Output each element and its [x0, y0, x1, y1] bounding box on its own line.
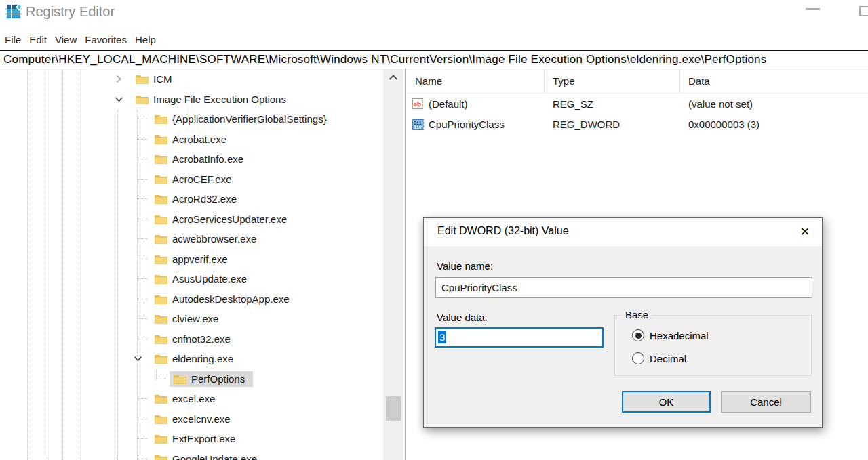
folder-icon: [136, 94, 149, 104]
tree-item-icm[interactable]: ICM: [0, 69, 383, 89]
tree-connector: [133, 219, 151, 219]
minimize-icon[interactable]: [806, 8, 820, 10]
tree-item-acrobat-exe[interactable]: Acrobat.exe: [0, 129, 383, 150]
tree-item-label: ExtExport.exe: [172, 433, 235, 444]
column-header-data[interactable]: Data: [680, 69, 868, 93]
radio-hexadecimal[interactable]: Hexadecimal: [632, 329, 709, 341]
column-header-name[interactable]: Name: [407, 69, 545, 93]
tree-connector: [133, 159, 151, 159]
tree-item-asusupdate-exe[interactable]: AsusUpdate.exe: [0, 269, 383, 289]
close-icon[interactable]: ✕: [795, 222, 815, 242]
chevron-down-icon[interactable]: [114, 95, 132, 104]
tree-item-label: Acrobat.exe: [172, 133, 226, 145]
folder-icon: [155, 134, 167, 144]
tree-connector: [133, 438, 151, 439]
menu-item-edit[interactable]: Edit: [25, 31, 51, 48]
value-row-cpupriorityclass[interactable]: 011110CpuPriorityClassREG_DWORD0x0000000…: [407, 114, 868, 135]
tree-item-label: appverif.exe: [172, 253, 228, 265]
selected-text: 3: [438, 331, 446, 343]
dialog-title: Edit DWORD (32-bit) Value: [437, 225, 569, 237]
tree-item-label: PerfOptions: [191, 373, 245, 385]
list-header: Name Type Data: [407, 69, 868, 93]
scrollbar-up-arrow-icon[interactable]: [383, 69, 403, 85]
tree-connector: [133, 459, 151, 459]
tree-item-label: clview.exe: [172, 313, 218, 325]
tree-item-label: AutodeskDesktopApp.exe: [172, 293, 290, 305]
tree-item-label: excel.exe: [172, 393, 215, 404]
folder-icon: [174, 374, 186, 384]
tree-item-excelcnv-exe[interactable]: excelcnv.exe: [0, 409, 383, 430]
tree-item-label: GoogleUpdate.exe: [172, 453, 257, 460]
radio-label: Hexadecimal: [650, 330, 709, 341]
chevron-down-icon[interactable]: [133, 354, 151, 363]
menu-item-view[interactable]: View: [51, 31, 81, 48]
value-data: (value not set): [680, 98, 868, 110]
edit-dword-dialog: Edit DWORD (32-bit) Value ✕ Value name: …: [423, 217, 823, 428]
menu-item-file[interactable]: File: [1, 31, 25, 48]
tree-item--applicationverifierglobalsettings-[interactable]: {ApplicationVerifierGlobalSettings}: [0, 109, 383, 129]
tree-item-excel-exe[interactable]: excel.exe: [0, 389, 383, 409]
tree-item-cnfnot32-exe[interactable]: cnfnot32.exe: [0, 329, 383, 350]
folder-icon: [155, 214, 167, 224]
tree-item-label: {ApplicationVerifierGlobalSettings}: [172, 113, 327, 125]
tree-item-extexport-exe[interactable]: ExtExport.exe: [0, 429, 383, 449]
folder-icon: [155, 194, 167, 204]
tree-item-label: AcrobatInfo.exe: [172, 153, 243, 165]
cancel-button[interactable]: Cancel: [721, 391, 811, 413]
tree-item-perfoptions[interactable]: PerfOptions: [0, 369, 383, 390]
menu-item-help[interactable]: Help: [131, 31, 160, 48]
window-title: Registry Editor: [26, 4, 115, 20]
menu-item-favorites[interactable]: Favorites: [81, 31, 131, 48]
chevron-right-icon[interactable]: [114, 75, 132, 83]
folder-icon: [155, 174, 167, 184]
tree-item-eldenring-exe[interactable]: eldenring.exe: [0, 349, 383, 369]
column-header-type[interactable]: Type: [545, 69, 680, 93]
value-data-input[interactable]: 3: [435, 327, 604, 348]
dword-value-icon: 011110: [412, 118, 425, 131]
folder-icon: [155, 354, 167, 364]
svg-text:ab: ab: [414, 100, 422, 108]
value-row--default-[interactable]: ab(Default)REG_SZ(value not set): [407, 93, 868, 114]
tree-vertical-scrollbar[interactable]: [383, 69, 403, 460]
tree-item-label: AcroServicesUpdater.exe: [172, 213, 287, 225]
tree-item-acrord32-exe[interactable]: AcroRd32.exe: [0, 189, 383, 209]
folder-icon: [155, 234, 167, 244]
pane-divider[interactable]: [405, 69, 406, 460]
maximize-icon[interactable]: [859, 6, 868, 16]
tree-item-acwebbrowser-exe[interactable]: acwebbrowser.exe: [0, 229, 383, 249]
address-bar-input[interactable]: Computer\HKEY_LOCAL_MACHINE\SOFTWARE\Mic…: [0, 50, 868, 68]
dialog-title-bar[interactable]: Edit DWORD (32-bit) Value ✕: [424, 218, 822, 246]
tree-item-acroservicesupdater-exe[interactable]: AcroServicesUpdater.exe: [0, 209, 383, 230]
tree-item-googleupdate-exe[interactable]: GoogleUpdate.exe: [0, 449, 383, 460]
folder-icon: [155, 434, 167, 444]
string-value-icon: ab: [412, 97, 425, 110]
folder-icon: [155, 454, 167, 460]
scrollbar-thumb[interactable]: [386, 396, 401, 421]
tree-connector: [133, 179, 151, 180]
menu-bar: FileEditViewFavoritesHelp: [0, 30, 160, 49]
folder-icon: [155, 154, 167, 164]
tree-connector: [133, 339, 151, 339]
tree-item-appverif-exe[interactable]: appverif.exe: [0, 249, 383, 270]
registry-editor-icon: [7, 4, 22, 22]
tree-item-label: ICM: [153, 73, 172, 85]
tree-connector: [133, 198, 151, 199]
tree-item-label: AsusUpdate.exe: [172, 273, 247, 285]
value-name-field[interactable]: CpuPriorityClass: [435, 277, 812, 298]
radio-decimal[interactable]: Decimal: [632, 352, 686, 364]
value-type: REG_DWORD: [545, 119, 680, 130]
folder-icon: [155, 254, 167, 264]
tree-item-acrocef-exe[interactable]: AcroCEF.exe: [0, 169, 383, 190]
folder-icon: [136, 74, 149, 84]
tree-item-autodeskdesktopapp-exe[interactable]: AutodeskDesktopApp.exe: [0, 289, 383, 310]
radio-button-icon[interactable]: [632, 352, 644, 364]
tree-connector: [133, 259, 151, 259]
radio-button-icon[interactable]: [632, 329, 644, 341]
tree-item-label: acwebbrowser.exe: [172, 233, 256, 245]
folder-icon: [155, 414, 167, 424]
tree-item-acrobatinfo-exe[interactable]: AcrobatInfo.exe: [0, 149, 383, 169]
tree-item-clview-exe[interactable]: clview.exe: [0, 309, 383, 329]
tree-item-label: cnfnot32.exe: [172, 333, 231, 345]
tree-item-image-file-execution-options[interactable]: Image File Execution Options: [0, 89, 383, 110]
ok-button[interactable]: OK: [622, 391, 711, 413]
